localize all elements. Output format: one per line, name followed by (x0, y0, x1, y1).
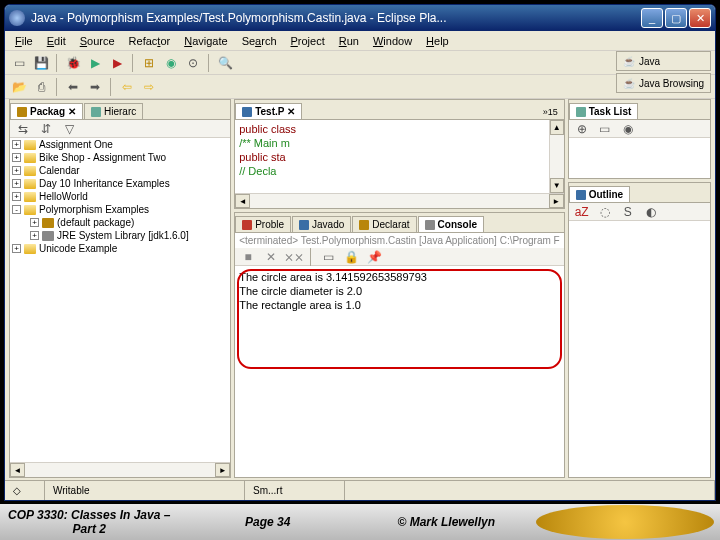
expand-icon[interactable]: + (12, 153, 21, 162)
back-icon[interactable]: ⇦ (117, 77, 137, 97)
scroll-right-icon[interactable]: ► (215, 463, 230, 477)
expand-icon[interactable]: + (12, 179, 21, 188)
new-task-icon[interactable]: ⊕ (572, 119, 592, 139)
folder-icon (24, 153, 36, 163)
clear-console-icon[interactable]: ▭ (318, 247, 338, 267)
editor-scrollbar-h[interactable]: ◄ ► (235, 193, 564, 208)
tree-item[interactable]: -Polymorphism Examples (10, 203, 230, 216)
focus-icon[interactable]: ◉ (618, 119, 638, 139)
hide-fields-icon[interactable]: ◌ (595, 202, 615, 222)
menubar: File Edit Source Refactor Navigate Searc… (5, 31, 715, 51)
tree-label: Bike Shop - Assignment Two (39, 152, 166, 163)
tab-package-explorer[interactable]: Packag ✕ (10, 103, 83, 119)
tab-task-list[interactable]: Task List (569, 103, 639, 119)
maximize-button[interactable]: ▢ (665, 8, 687, 28)
editor-scrollbar-v[interactable]: ▲ ▼ (549, 120, 564, 193)
console-toolbar: ■ ✕ ⨯⨯ ▭ 🔒 📌 (235, 248, 564, 266)
tree-item[interactable]: +HelloWorld (10, 190, 230, 203)
folder-icon (24, 179, 36, 189)
scroll-left-icon[interactable]: ◄ (235, 194, 250, 208)
prev-icon[interactable]: ⬅ (63, 77, 83, 97)
menu-navigate[interactable]: Navigate (178, 33, 233, 49)
package-tree: +Assignment One+Bike Shop - Assignment T… (10, 138, 230, 462)
tab-editor[interactable]: Test.P ✕ (235, 103, 302, 119)
tree-label: Unicode Example (39, 243, 117, 254)
editor-content[interactable]: public class/** Main mpublic sta// Decla (235, 120, 549, 193)
menu-run[interactable]: Run (333, 33, 365, 49)
categorize-icon[interactable]: ▭ (595, 119, 615, 139)
tree-item[interactable]: +Bike Shop - Assignment Two (10, 151, 230, 164)
menu-edit[interactable]: Edit (41, 33, 72, 49)
task-toolbar: ⊕ ▭ ◉ (569, 120, 710, 138)
perspective-java[interactable]: ☕ Java (616, 51, 711, 71)
close-button[interactable]: ✕ (689, 8, 711, 28)
toolbar-2: 📂 ⎙ ⬅ ➡ ⇦ ⇨ (5, 75, 715, 99)
tab-hierarchy[interactable]: Hierarc (84, 103, 143, 119)
expand-icon[interactable]: + (12, 166, 21, 175)
tab-declaration[interactable]: Declarat (352, 216, 416, 232)
ext-tools-icon[interactable]: ▶ (107, 53, 127, 73)
open-icon[interactable]: 📂 (9, 77, 29, 97)
forward-icon[interactable]: ⇨ (139, 77, 159, 97)
menu-refactor[interactable]: Refactor (123, 33, 177, 49)
tab-outline[interactable]: Outline (569, 186, 630, 202)
scroll-up-icon[interactable]: ▲ (550, 120, 564, 135)
terminate-icon[interactable]: ■ (238, 247, 258, 267)
tree-item[interactable]: +JRE System Library [jdk1.6.0] (10, 229, 230, 242)
debug-icon[interactable]: 🐞 (63, 53, 83, 73)
menu-dropdown-icon[interactable]: ▽ (59, 119, 79, 139)
expand-icon[interactable]: - (12, 205, 21, 214)
menu-help[interactable]: Help (420, 33, 455, 49)
perspective-browsing[interactable]: ☕ Java Browsing (616, 73, 711, 93)
close-tab-icon[interactable]: ✕ (68, 106, 76, 117)
tree-item[interactable]: +Unicode Example (10, 242, 230, 255)
minimize-button[interactable]: _ (641, 8, 663, 28)
new-package-icon[interactable]: ⊞ (139, 53, 159, 73)
link-editor-icon[interactable]: ⇵ (36, 119, 56, 139)
expand-icon[interactable]: + (12, 192, 21, 201)
new-class-icon[interactable]: ◉ (161, 53, 181, 73)
expand-icon[interactable]: + (12, 140, 21, 149)
tree-item[interactable]: +Assignment One (10, 138, 230, 151)
close-tab-icon[interactable]: ✕ (287, 106, 295, 117)
print-icon[interactable]: ⎙ (31, 77, 51, 97)
menu-file[interactable]: File (9, 33, 39, 49)
collapse-all-icon[interactable]: ⇆ (13, 119, 33, 139)
code-line: public sta (239, 150, 545, 164)
expand-icon[interactable]: + (30, 231, 39, 240)
hide-static-icon[interactable]: S (618, 202, 638, 222)
new-icon[interactable]: ▭ (9, 53, 29, 73)
remove-all-icon[interactable]: ⨯⨯ (284, 247, 304, 267)
console-output[interactable]: The circle area is 3.141592653589793The … (235, 266, 564, 477)
scrollbar-horizontal[interactable]: ◄ ► (10, 462, 230, 477)
folder-icon (24, 205, 36, 215)
expand-icon[interactable]: + (30, 218, 39, 227)
hide-nonpublic-icon[interactable]: ◐ (641, 202, 661, 222)
scroll-right-icon[interactable]: ► (549, 194, 564, 208)
tab-console[interactable]: Console (418, 216, 484, 232)
menu-project[interactable]: Project (285, 33, 331, 49)
remove-icon[interactable]: ✕ (261, 247, 281, 267)
open-type-icon[interactable]: ⊙ (183, 53, 203, 73)
tab-overflow[interactable]: »15 (537, 105, 564, 119)
tree-item[interactable]: +(default package) (10, 216, 230, 229)
menu-source[interactable]: Source (74, 33, 121, 49)
tree-item[interactable]: +Calendar (10, 164, 230, 177)
scroll-left-icon[interactable]: ◄ (10, 463, 25, 477)
task-icon (576, 107, 586, 117)
search-icon[interactable]: 🔍 (215, 53, 235, 73)
scroll-lock-icon[interactable]: 🔒 (341, 247, 361, 267)
tree-item[interactable]: +Day 10 Inheritance Examples (10, 177, 230, 190)
next-icon[interactable]: ➡ (85, 77, 105, 97)
expand-icon[interactable]: + (12, 244, 21, 253)
menu-window[interactable]: Window (367, 33, 418, 49)
sort-icon[interactable]: aZ (572, 202, 592, 222)
run-icon[interactable]: ▶ (85, 53, 105, 73)
save-icon[interactable]: 💾 (31, 53, 51, 73)
pin-console-icon[interactable]: 📌 (364, 247, 384, 267)
menu-search[interactable]: Search (236, 33, 283, 49)
tab-problems[interactable]: Proble (235, 216, 291, 232)
scroll-down-icon[interactable]: ▼ (550, 178, 564, 193)
folder-icon (24, 166, 36, 176)
tab-javadoc[interactable]: Javado (292, 216, 351, 232)
